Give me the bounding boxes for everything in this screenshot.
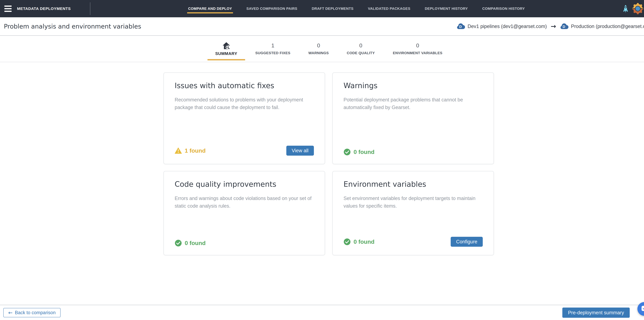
top-nav-tabs: COMPARE AND DEPLOY SAVED COMPARISON PAIR… <box>188 0 525 17</box>
warnings-count: 0 <box>317 43 320 49</box>
tab-warnings[interactable]: 0 WARNINGS <box>308 43 329 55</box>
environment-variables-count: 0 <box>416 43 419 49</box>
tab-deployment-history[interactable]: DEPLOYMENT HISTORY <box>425 0 468 17</box>
check-circle-icon <box>175 239 182 247</box>
tab-comparison-history[interactable]: COMPARISON HISTORY <box>482 0 525 17</box>
footer-action-bar: ← Back to comparison Pre-deployment summ… <box>0 305 644 320</box>
source-org-cloud-icon: D <box>456 23 465 29</box>
card-footer: 0 found <box>344 148 483 155</box>
tab-saved-comparison-pairs[interactable]: SAVED COMPARISON PAIRS <box>246 0 297 17</box>
svg-text:D: D <box>563 25 565 29</box>
tab-summary[interactable]: SUMMARY <box>215 36 237 62</box>
app-title: METADATA DEPLOYMENTS <box>17 7 71 11</box>
tab-suggested-fixes-label: SUGGESTED FIXES <box>255 51 290 55</box>
card-title: Environment variables <box>344 180 483 188</box>
target-org-cloud-icon: D <box>560 23 569 29</box>
card-description: Potential deployment package problems th… <box>344 96 483 111</box>
card-title: Code quality improvements <box>175 180 314 188</box>
tab-validated-packages[interactable]: VALIDATED PACKAGES <box>368 0 410 17</box>
tab-code-quality-label: CODE QUALITY <box>347 51 375 55</box>
top-nav-bar: METADATA DEPLOYMENTS COMPARE AND DEPLOY … <box>0 0 644 17</box>
summary-cards-grid: Issues with automatic fixes Recommended … <box>164 73 494 255</box>
card-title: Warnings <box>344 81 483 90</box>
target-org-label: Production (production@gearset.com) <box>571 24 644 29</box>
tab-environment-variables-label: ENVIRONMENT VARIABLES <box>393 51 442 55</box>
chat-bubble-icon <box>641 305 644 312</box>
found-count-text: 0 found <box>354 149 374 155</box>
card-footer: 1 found View all <box>175 146 314 155</box>
configure-button[interactable]: Configure <box>451 237 483 247</box>
found-count-text: 0 found <box>354 238 374 245</box>
org-breadcrumb: D Dev1 pipelines (dev1@gearset.com) → D … <box>456 23 644 30</box>
card-description: Set environment variables for deployment… <box>344 195 480 210</box>
card-environment-variables: Environment variables Set environment va… <box>332 171 494 255</box>
found-count-text: 0 found <box>185 240 206 246</box>
gearset-logo-gear-icon[interactable] <box>632 3 644 14</box>
suggested-fixes-count: 1 <box>272 43 274 49</box>
top-right-icons <box>622 3 644 15</box>
card-description: Errors and warnings about code violation… <box>175 195 314 210</box>
svg-text:D: D <box>459 25 462 29</box>
tab-suggested-fixes[interactable]: 1 SUGGESTED FIXES <box>255 43 290 55</box>
card-title: Issues with automatic fixes <box>175 81 314 90</box>
card-warnings: Warnings Potential deployment package pr… <box>332 73 494 164</box>
rocket-icon[interactable] <box>622 3 628 15</box>
check-circle-icon <box>344 238 351 245</box>
pre-deployment-summary-button[interactable]: Pre-deployment summary <box>562 307 630 318</box>
tab-code-quality[interactable]: 0 CODE QUALITY <box>347 43 375 55</box>
page-header: Problem analysis and environment variabl… <box>0 17 644 36</box>
tab-draft-deployments[interactable]: DRAFT DEPLOYMENTS <box>312 0 354 17</box>
analysis-tab-bar: SUMMARY 1 SUGGESTED FIXES 0 WARNINGS 0 C… <box>0 36 644 62</box>
summary-home-search-icon <box>222 42 230 50</box>
card-issues-with-automatic-fixes: Issues with automatic fixes Recommended … <box>164 73 325 164</box>
card-footer: 0 found Configure <box>344 237 483 247</box>
tab-summary-label: SUMMARY <box>215 51 237 56</box>
back-to-comparison-button[interactable]: ← Back to comparison <box>3 308 60 317</box>
source-org-label: Dev1 pipelines (dev1@gearset.com) <box>468 24 547 29</box>
page-title: Problem analysis and environment variabl… <box>4 23 141 30</box>
intercom-chat-button[interactable] <box>638 302 644 316</box>
card-footer: 0 found <box>175 239 314 247</box>
view-all-button[interactable]: View all <box>286 146 314 155</box>
card-description: Recommended solutions to problems with y… <box>175 96 309 111</box>
check-circle-icon <box>344 148 351 155</box>
tab-warnings-label: WARNINGS <box>308 51 329 55</box>
success-status: 0 found <box>344 238 374 245</box>
deployment-direction-arrow-icon: → <box>550 23 556 30</box>
code-quality-count: 0 <box>359 43 362 49</box>
success-status: 0 found <box>344 148 374 155</box>
found-count-text: 1 found <box>185 147 206 154</box>
card-code-quality-improvements: Code quality improvements Errors and war… <box>164 171 325 255</box>
target-org: D Production (production@gearset.com) <box>560 23 644 29</box>
nav-divider <box>90 2 90 15</box>
warning-status: 1 found <box>175 147 206 154</box>
back-arrow-icon: ← <box>8 310 12 315</box>
tab-compare-and-deploy[interactable]: COMPARE AND DEPLOY <box>188 0 232 17</box>
hamburger-menu-icon[interactable] <box>4 6 12 12</box>
tab-environment-variables[interactable]: 0 ENVIRONMENT VARIABLES <box>393 43 442 55</box>
warning-triangle-icon <box>175 147 182 154</box>
source-org: D Dev1 pipelines (dev1@gearset.com) <box>456 23 547 29</box>
back-button-label: Back to comparison <box>15 310 56 315</box>
success-status: 0 found <box>175 239 206 247</box>
